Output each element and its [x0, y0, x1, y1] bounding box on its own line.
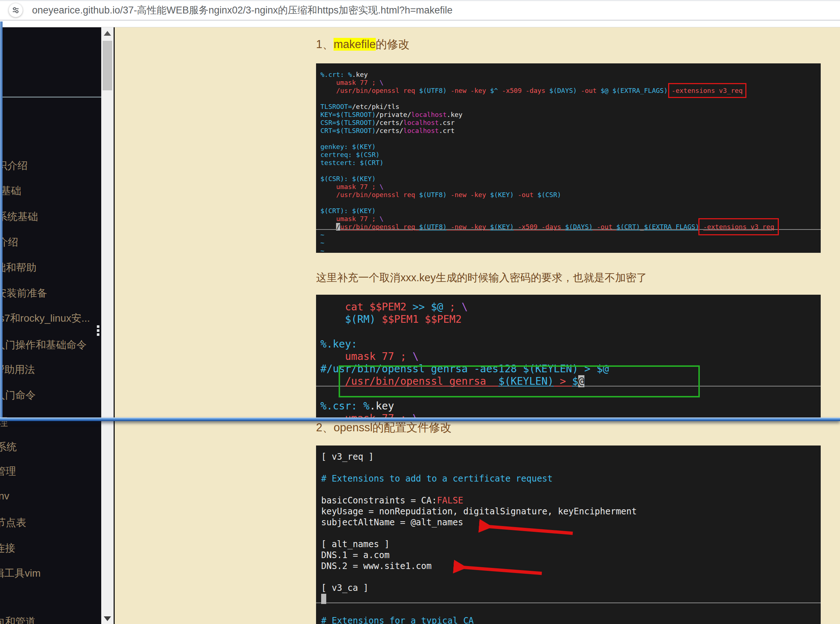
- sidebar-drag-handle[interactable]: [97, 325, 100, 337]
- sidebar-item[interactable]: 入门命令: [0, 388, 36, 402]
- window-split-divider[interactable]: [0, 417, 840, 421]
- sidebar-item[interactable]: 节点表: [0, 516, 26, 530]
- code-line: umask 77 ; \: [321, 215, 816, 223]
- code-line: $(CRT): $(KEY): [321, 207, 816, 215]
- sidebar-item[interactable]: 系统: [0, 440, 17, 454]
- sidebar-item[interactable]: 系统基础: [0, 210, 38, 224]
- scrollbar-down-arrow-icon[interactable]: [104, 616, 111, 621]
- code-line: certreq: $(CSR): [321, 151, 816, 159]
- sidebar-item[interactable]: 辑工具vim: [0, 567, 41, 580]
- tune-icon: [12, 6, 20, 14]
- toolbar-gap: [0, 21, 840, 27]
- code-line: KEY=$(TLSROOT)/private/localhost.key: [321, 111, 816, 119]
- code-line: %.key:: [321, 338, 816, 351]
- window-left-edge: [0, 22, 3, 418]
- code-line: [321, 167, 816, 175]
- code-line: cat $$PEM2 >> $@ ; \: [321, 301, 816, 313]
- note-paragraph: 这里补充一个取消xxx.key生成的时候输入密码的要求，也就是不加密了: [316, 271, 647, 285]
- address-bar[interactable]: oneyearice.github.io/37-高性能WEB服务nginx02/…: [0, 0, 840, 21]
- code-line: umask 77 ; \: [321, 351, 816, 363]
- sidebar-item[interactable]: 管理: [0, 465, 16, 478]
- page-url[interactable]: oneyearice.github.io/37-高性能WEB服务nginx02/…: [32, 0, 453, 21]
- red-annotation-arrows: [316, 445, 821, 624]
- code-line: $(CSR): $(KEY): [321, 175, 816, 183]
- sidebar-item[interactable]: 安装前准备: [0, 286, 47, 300]
- sidebar-item[interactable]: 机基础: [0, 184, 21, 198]
- code-line: $(RM) $$PEM1 $$PEM2: [321, 313, 816, 326]
- sidebar-item[interactable]: 识介绍: [0, 159, 28, 173]
- code-line: ~: [321, 239, 816, 247]
- code-line: /usr/bin/openssl req $(UTF8) -new -key $…: [321, 191, 816, 199]
- code-line: [321, 199, 816, 207]
- sidebar-item[interactable]: nv: [0, 490, 9, 502]
- code-line: umask 77 ; \: [321, 79, 816, 87]
- sidebar-item[interactable]: 介绍: [0, 235, 18, 249]
- code-line: %.crt: %.key: [321, 71, 816, 79]
- section-heading-2: 2、openssl的配置文件修改: [316, 420, 452, 435]
- code-line: CSR=$(TLSROOT)/certs/localhost.csr: [321, 119, 816, 127]
- main-content: 1、makefile的修改 %.crt: %.key umask 77 ; \ …: [115, 27, 840, 624]
- code-screenshot-openssl-cnf: [ v3_req ] # Extensions to add to a cert…: [316, 445, 821, 624]
- code-line: [321, 95, 816, 103]
- code-line: %.csr: %.key: [321, 400, 816, 412]
- code-line: [321, 326, 816, 338]
- sidebar-item[interactable]: s7和rocky_linux安...: [0, 312, 90, 325]
- code-line: CRT=$(TLSROOT)/certs/localhost.crt: [321, 127, 816, 135]
- code-line: TLSROOT=/etc/pki/tls: [321, 103, 816, 111]
- scrollbar-thumb[interactable]: [103, 41, 112, 90]
- sidebar-divider-line: [0, 97, 101, 97]
- code-line: /usr/bin/openssl req $(UTF8) -new -key $…: [321, 87, 816, 95]
- sidebar-nav: 识介绍机基础系统基础介绍础和帮助安装前准备s7和rocky_linux安...入…: [0, 27, 101, 624]
- code-line: umask 77 ; \: [321, 412, 816, 418]
- sidebar-item[interactable]: 连接: [0, 541, 15, 555]
- green-annotation-box: [339, 365, 700, 397]
- code-screenshot-makefile-key: cat $$PEM2 >> $@ ; \ $(RM) $$PEM1 $$PEM2…: [316, 295, 821, 418]
- search-highlight: makefile: [333, 38, 375, 51]
- section-heading-1: 1、makefile的修改: [316, 37, 410, 52]
- sidebar-scrollbar[interactable]: [101, 27, 114, 624]
- sidebar-item[interactable]: 础和帮助: [0, 261, 36, 275]
- sidebar-item[interactable]: 入门操作和基础命令: [0, 338, 87, 352]
- sidebar-item[interactable]: 帮助用法: [0, 363, 35, 377]
- code-line: genkey: $(KEY): [321, 143, 816, 151]
- scrollbar-up-arrow-icon[interactable]: [104, 31, 111, 36]
- code-line: [321, 135, 816, 143]
- code-screenshot-makefile-crt: %.crt: %.key umask 77 ; \ /usr/bin/opens…: [316, 63, 821, 253]
- code-line: umask 77 ; \: [321, 183, 816, 191]
- code-line: testcert: $(CRT): [321, 159, 816, 167]
- code-line: ~: [321, 231, 816, 239]
- sidebar-item[interactable]: 向和管道: [0, 615, 36, 624]
- code-line: ~: [321, 247, 816, 253]
- code-line: /usr/bin/openssl req $(UTF8) -new -key $…: [321, 223, 816, 231]
- site-settings-icon[interactable]: [9, 3, 23, 17]
